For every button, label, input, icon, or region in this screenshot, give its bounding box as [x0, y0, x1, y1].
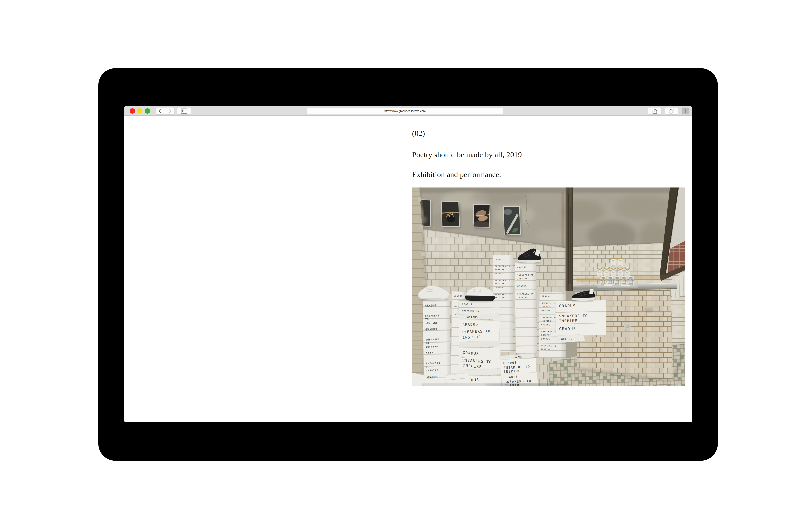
tab-overview-button[interactable] — [665, 108, 678, 114]
new-tab-button[interactable] — [682, 108, 689, 114]
tabs-icon — [669, 109, 674, 114]
device-frame: (02) Poetry should be made by all, 2019 … — [98, 68, 718, 461]
exhibition-photo: GRADUS SHOULD BE MADE SPRING SUMMER 28-3… — [412, 188, 686, 386]
new-tab-icon — [684, 109, 688, 113]
sidebar-toggle-button[interactable] — [177, 108, 191, 114]
browser-toolbar — [124, 107, 692, 116]
page-content: (02) Poetry should be made by all, 2019 … — [124, 116, 692, 422]
sidebar-icon — [181, 109, 187, 114]
share-icon — [652, 108, 657, 114]
photo-tint — [412, 188, 686, 386]
close-window-button[interactable] — [130, 108, 135, 114]
minimize-window-button[interactable] — [137, 108, 142, 114]
article-title: Poetry should be made by all, 2019 — [412, 150, 522, 159]
back-button[interactable] — [156, 108, 165, 114]
back-icon — [158, 109, 162, 114]
article-index: (02) — [412, 129, 425, 138]
zoom-window-button[interactable] — [145, 108, 150, 114]
forward-button[interactable] — [165, 108, 174, 114]
address-bar — [307, 108, 503, 115]
url-input[interactable] — [307, 108, 503, 114]
article-description: Exhibition and performance. — [412, 170, 501, 179]
forward-icon — [168, 109, 172, 114]
browser-window: (02) Poetry should be made by all, 2019 … — [124, 107, 692, 422]
share-button[interactable] — [648, 108, 661, 114]
